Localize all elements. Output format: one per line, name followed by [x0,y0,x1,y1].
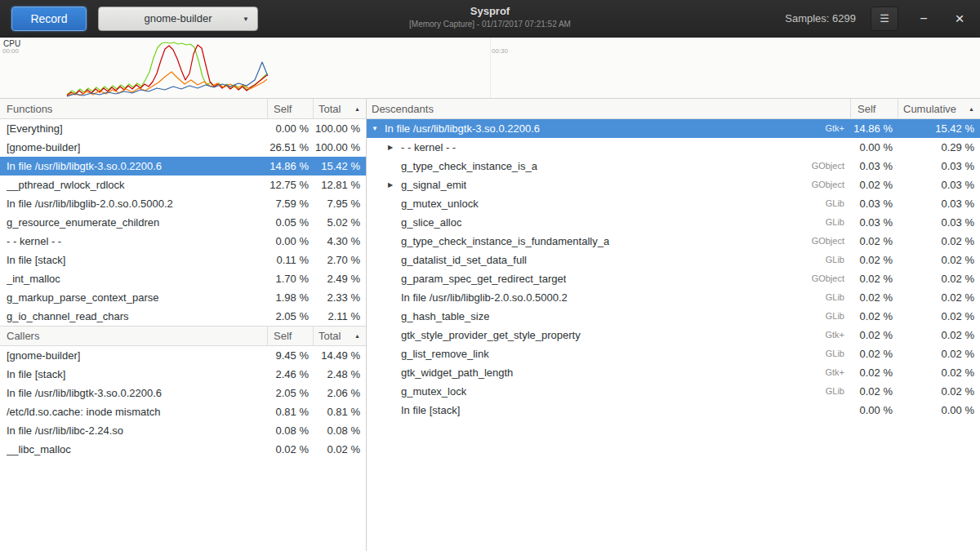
table-row[interactable]: g_mutex_lockGLib0.02 %0.02 % [367,382,980,401]
table-row[interactable]: g_mutex_unlockGLib0.03 %0.03 % [367,194,980,213]
table-row[interactable]: g_type_check_instance_is_aGObject0.03 %0… [367,157,980,176]
cumulative-percent: 15.42 % [898,119,980,138]
table-row[interactable]: g_markup_parse_context_parse1.98 %2.33 % [0,288,366,307]
total-percent: 0.02 % [314,440,366,459]
function-name: g_signal_emit [401,176,466,194]
menu-button[interactable]: ☰ [871,7,898,31]
self-percent: 0.08 % [268,421,314,440]
column-label: Total [318,330,341,342]
sort-arrow-icon: ▲ [965,106,974,112]
table-row[interactable]: In file [stack]2.46 %2.48 % [0,365,366,384]
self-percent: 7.59 % [268,194,314,213]
functions-table: Functions Self Total ▲ [Everything]0.00 … [0,99,366,326]
expander-open-icon[interactable]: ▼ [372,119,385,138]
column-header-cumulative[interactable]: Cumulative ▲ [898,99,980,118]
table-row[interactable]: - - kernel - -0.00 %4.30 % [0,232,366,251]
column-header-total[interactable]: Total ▲ [314,99,366,118]
table-row[interactable]: In file /usr/lib/libc-2.24.so0.08 %0.08 … [0,421,366,440]
total-percent: 14.49 % [314,346,366,365]
minimize-button[interactable]: − [913,7,934,31]
table-row[interactable]: g_type_check_instance_is_fundamentally_a… [367,232,980,251]
self-percent: 0.02 % [268,440,314,459]
self-percent: 0.02 % [851,307,898,326]
cumulative-percent: 0.02 % [898,326,980,344]
minimize-icon: − [920,11,927,25]
function-name: gtk_style_provider_get_style_property [401,326,581,344]
record-button[interactable]: Record [11,7,87,31]
table-row[interactable]: In file [stack]0.00 %0.00 % [367,401,980,420]
descendants-table-header: Descendants Self Cumulative ▲ [367,99,980,119]
table-row[interactable]: [Everything]0.00 %100.00 % [0,119,366,138]
column-label: Functions [7,103,52,115]
self-percent: 0.02 % [851,363,898,382]
table-row[interactable]: g_list_remove_linkGLib0.02 %0.02 % [367,344,980,363]
table-row[interactable]: ▶g_signal_emitGObject0.02 %0.03 % [367,176,980,194]
self-percent: 9.45 % [268,346,314,365]
self-percent: 2.05 % [268,384,314,402]
table-row[interactable]: g_io_channel_read_chars2.05 %2.11 % [0,307,366,326]
table-row[interactable]: ▶- - kernel - -0.00 %0.29 % [367,138,980,157]
table-row[interactable]: [gnome-builder]9.45 %14.49 % [0,346,366,365]
expander-closed-icon[interactable]: ▶ [388,176,401,194]
function-name-cell: [Everything] [0,119,268,138]
function-name-cell: In file /usr/lib/libc-2.24.so [0,421,268,440]
function-name: g_resource_enumerate_children [7,213,159,232]
table-row[interactable]: In file /usr/lib/libgtk-3.so.0.2200.62.0… [0,384,366,402]
table-row[interactable]: __libc_malloc0.02 %0.02 % [0,440,366,459]
table-row[interactable]: In file /usr/lib/libglib-2.0.so.0.5000.2… [367,288,980,307]
profile-content: Functions Self Total ▲ [Everything]0.00 … [0,99,980,551]
table-row[interactable]: g_param_spec_get_redirect_targetGObject0… [367,269,980,288]
column-label: Self [858,103,875,115]
table-row[interactable]: In file /usr/lib/libglib-2.0.so.0.5000.2… [0,194,366,213]
table-row[interactable]: _int_malloc1.70 %2.49 % [0,269,366,288]
self-percent: 26.51 % [268,138,314,157]
table-row[interactable]: gtk_style_provider_get_style_propertyGtk… [367,326,980,344]
column-header-self[interactable]: Self [268,99,314,118]
column-header-functions[interactable]: Functions [0,99,268,118]
total-percent: 2.49 % [314,269,366,288]
table-row[interactable]: __pthread_rwlock_rdlock12.75 %12.81 % [0,176,366,194]
column-header-total[interactable]: Total ▲ [314,327,366,345]
function-name-cell: gtk_widget_path_lengthGtk+ [367,363,851,382]
cpu-graph[interactable]: CPU 00:00 00:30 [0,38,980,99]
table-row[interactable]: g_resource_enumerate_children0.05 %5.02 … [0,213,366,232]
total-percent: 2.11 % [314,307,366,326]
column-header-descendants[interactable]: Descendants [367,99,851,118]
cpu-usage-lines [0,38,980,99]
table-row[interactable]: In file [stack]0.11 %2.70 % [0,251,366,269]
cumulative-percent: 0.03 % [898,157,980,176]
function-name-cell: - - kernel - - [0,232,268,251]
self-percent: 0.02 % [851,269,898,288]
table-row[interactable]: In file /usr/lib/libgtk-3.so.0.2200.614.… [0,157,366,176]
column-header-self[interactable]: Self [851,99,898,118]
self-percent: 0.03 % [851,213,898,232]
table-row[interactable]: ▼In file /usr/lib/libgtk-3.so.0.2200.6Gt… [367,119,980,138]
process-selector[interactable]: gnome-builder ▼ [98,7,258,31]
header-right-controls: Samples: 6299 ☰ − × [785,7,970,31]
function-name-cell: __libc_malloc [0,440,268,459]
function-name: - - kernel - - [7,232,61,251]
total-percent: 2.06 % [314,384,366,402]
expander-closed-icon[interactable]: ▶ [388,138,401,157]
table-row[interactable]: g_slice_allocGLib0.03 %0.03 % [367,213,980,232]
table-row[interactable]: g_hash_table_sizeGLib0.02 %0.02 % [367,307,980,326]
column-label: Callers [7,330,39,342]
table-row[interactable]: [gnome-builder]26.51 %100.00 % [0,138,366,157]
column-header-callers[interactable]: Callers [0,327,268,345]
hamburger-icon: ☰ [880,12,889,24]
table-row[interactable]: gtk_widget_path_lengthGtk+0.02 %0.02 % [367,363,980,382]
self-percent: 12.75 % [268,176,314,194]
cumulative-percent: 0.02 % [898,363,980,382]
self-percent: 0.00 % [268,119,314,138]
table-row[interactable]: /etc/ld.so.cache: inode mismatch0.81 %0.… [0,402,366,421]
callers-table: Callers Self Total ▲ [gnome-builder]9.45… [0,326,366,459]
cumulative-percent: 0.00 % [898,401,980,420]
cpu-series-blue [67,62,268,96]
column-label: Self [274,330,292,342]
function-name: In file /usr/lib/libc-2.24.so [7,421,123,440]
table-row[interactable]: g_datalist_id_set_data_fullGLib0.02 %0.0… [367,251,980,269]
close-button[interactable]: × [949,7,970,31]
column-header-self[interactable]: Self [268,327,314,345]
self-percent: 0.02 % [851,382,898,401]
function-name: In file /usr/lib/libgtk-3.so.0.2200.6 [7,384,162,402]
